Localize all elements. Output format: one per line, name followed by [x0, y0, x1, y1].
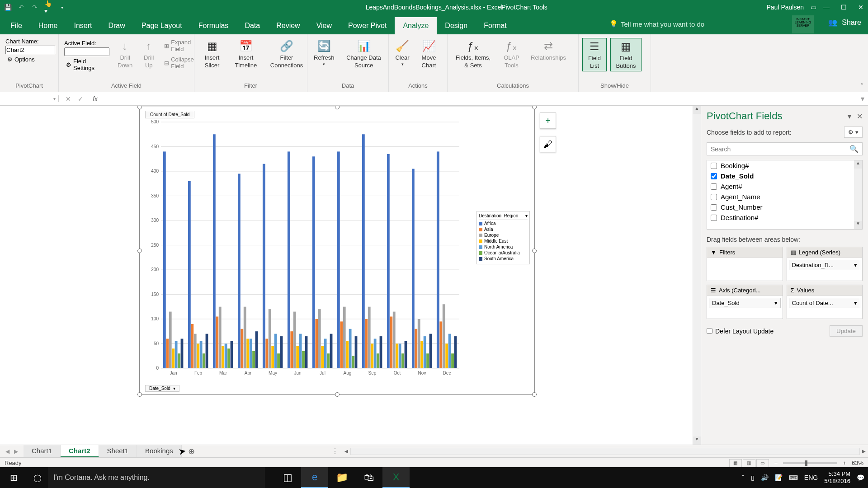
battery-icon[interactable]: ▯ — [751, 474, 755, 481]
chart-styles-button[interactable]: 🖌 — [540, 136, 556, 152]
tab-insert[interactable]: Insert — [66, 17, 100, 34]
legend-item[interactable]: Asia — [479, 227, 528, 232]
field-item[interactable]: Destination# — [707, 212, 862, 223]
page-break-view-button[interactable]: ▭ — [756, 459, 769, 467]
axis-dropdown-icon[interactable]: ▾ — [173, 386, 175, 391]
drill-down-button[interactable]: ↓ Drill Down — [115, 38, 135, 70]
horizontal-scrollbar[interactable] — [350, 448, 860, 455]
legend-item[interactable]: North America — [479, 244, 528, 249]
sheet-tab[interactable]: Sheet1 — [99, 445, 137, 457]
chart-legend[interactable]: Destination_Region ▾ AfricaAsiaEuropeMid… — [476, 211, 530, 264]
move-chart-button[interactable]: 📈 Move Chart — [416, 38, 442, 70]
save-icon[interactable]: 💾 — [4, 3, 12, 11]
formula-input[interactable] — [100, 95, 857, 102]
tab-formulas[interactable]: Formulas — [190, 17, 237, 34]
store-icon[interactable]: 🛍 — [355, 467, 382, 488]
clock[interactable]: 5:34 PM 5/18/2016 — [824, 470, 850, 484]
edge-icon[interactable]: e — [301, 467, 328, 488]
field-item[interactable]: Booking# — [707, 160, 862, 171]
keyboard-icon[interactable]: ⌨ — [789, 474, 798, 481]
zoom-level[interactable]: 63% — [852, 460, 863, 466]
clear-button[interactable]: 🧹 Clear ▾ — [392, 38, 412, 68]
pivot-chart[interactable]: Count of Date_Sold 050100150200250300350… — [139, 107, 535, 395]
values-drop-area[interactable]: ΣValues Count of Date... ▾ — [787, 285, 863, 319]
hscroll-left-icon[interactable]: ◀ — [342, 449, 350, 454]
field-settings-button[interactable]: ⚙ Field Settings — [64, 57, 109, 72]
tab-design[interactable]: Design — [437, 17, 476, 34]
add-sheet-button[interactable]: ⊕ — [182, 446, 201, 456]
hscroll-splitter[interactable]: ⋮ — [328, 447, 342, 455]
fields-items-sets-button[interactable]: ƒₓ Fields, Items, & Sets — [451, 38, 495, 70]
change-data-source-button[interactable]: 📊 Change Data Source — [341, 38, 387, 70]
undo-icon[interactable]: ↶ — [17, 3, 25, 11]
chart-name-input[interactable] — [5, 46, 55, 54]
insert-slicer-button[interactable]: ▦ Insert Slicer — [198, 38, 226, 70]
tab-file[interactable]: File — [2, 17, 30, 34]
tab-data[interactable]: Data — [236, 17, 268, 34]
enter-formula-icon[interactable]: ✓ — [78, 95, 83, 103]
action-center-icon[interactable]: 💬 — [857, 474, 864, 481]
zoom-out-button[interactable]: − — [774, 460, 778, 466]
fields-search-input[interactable] — [711, 145, 849, 153]
pill-dropdown-icon[interactable]: ▾ — [854, 300, 857, 306]
qat-customize-icon[interactable]: ▾ — [58, 3, 66, 11]
start-button[interactable]: ⊞ — [0, 467, 27, 488]
redo-icon[interactable]: ↷ — [31, 3, 39, 11]
excel-icon[interactable]: X — [382, 467, 410, 488]
cortana-search[interactable]: I'm Cortana. Ask me anything. — [48, 467, 265, 488]
close-icon[interactable]: ✕ — [858, 4, 863, 11]
filter-connections-button[interactable]: 🔗 Filter Connections — [266, 38, 307, 70]
field-list-button[interactable]: ☰ Field List — [582, 38, 607, 71]
ribbon-display-icon[interactable]: ▭ — [811, 4, 816, 11]
language-indicator[interactable]: ENG — [804, 474, 818, 481]
volume-icon[interactable]: 🔊 — [761, 474, 769, 481]
name-box-dropdown-icon[interactable]: ▾ — [53, 96, 56, 101]
field-item[interactable]: Date_Sold — [707, 171, 862, 181]
legend-item[interactable]: Middle East — [479, 239, 528, 244]
active-field-input[interactable] — [64, 47, 109, 56]
field-item[interactable]: Agent# — [707, 181, 862, 192]
collapse-ribbon-icon[interactable]: ˄ — [860, 82, 863, 89]
legend-dropdown-icon[interactable]: ▾ — [525, 213, 528, 218]
systray-chevron-icon[interactable]: ˄ — [741, 474, 745, 481]
relationships-button[interactable]: ⇄ Relationships — [528, 38, 569, 63]
fields-search[interactable]: 🔍 — [707, 142, 863, 155]
minimize-icon[interactable]: — — [823, 4, 830, 11]
tab-analyze[interactable]: Analyze — [395, 17, 437, 34]
legend-field-button[interactable]: Destination_Region — [479, 213, 518, 218]
collapse-field-button[interactable]: ⊟ Collapse Field — [162, 55, 196, 70]
touch-mode-icon[interactable]: 👆▾ — [44, 3, 52, 11]
tab-page-layout[interactable]: Page Layout — [133, 17, 190, 34]
zoom-slider[interactable] — [783, 462, 837, 464]
tab-nav-first-icon[interactable]: ◀ — [5, 448, 9, 455]
filters-drop-area[interactable]: ▼Filters — [707, 247, 783, 281]
legend-item[interactable]: Oceania/Australia — [479, 250, 528, 255]
refresh-button[interactable]: 🔄 Refresh ▾ — [311, 38, 337, 68]
tell-me-search[interactable]: 💡 Tell me what you want to do — [609, 20, 704, 28]
field-item[interactable]: Agent_Name — [707, 192, 862, 202]
chart-plot-area[interactable]: 050100150200250300350400450500JanFebMarA… — [145, 120, 462, 380]
share-button[interactable]: Share — [842, 19, 861, 27]
sheet-area[interactable]: Count of Date_Sold 050100150200250300350… — [0, 106, 701, 445]
options-button[interactable]: ⚙ Options — [5, 55, 53, 64]
page-layout-view-button[interactable]: ▥ — [743, 459, 755, 467]
field-buttons-button[interactable]: ▦ Field Buttons — [610, 38, 642, 71]
values-field-pill[interactable]: Count of Date... ▾ — [789, 298, 861, 308]
sheet-tab[interactable]: Chart2 — [61, 445, 99, 457]
field-item[interactable]: Cust_Number — [707, 202, 862, 212]
scroll-up-icon[interactable]: ▲ — [693, 106, 701, 114]
legend-field-pill[interactable]: Destination_R... ▾ — [789, 260, 861, 270]
tab-review[interactable]: Review — [268, 17, 308, 34]
tab-home[interactable]: Home — [30, 17, 66, 34]
chart-axis-field-button[interactable]: Date_Sold ▾ — [145, 385, 179, 392]
tab-nav-prev-icon[interactable]: ▶ — [14, 448, 18, 455]
user-name[interactable]: Paul Paulsen — [766, 4, 804, 11]
tab-draw[interactable]: Draw — [100, 17, 133, 34]
chart-value-field-button[interactable]: Count of Date_Sold — [145, 111, 194, 118]
legend-item[interactable]: South America — [479, 256, 528, 261]
update-button[interactable]: Update — [830, 325, 863, 337]
cancel-formula-icon[interactable]: ✕ — [66, 95, 71, 103]
legend-item[interactable]: Europe — [479, 233, 528, 238]
sheet-tab[interactable]: Chart1 — [24, 445, 61, 457]
field-list[interactable]: Booking#Date_SoldAgent#Agent_NameCust_Nu… — [707, 160, 863, 230]
